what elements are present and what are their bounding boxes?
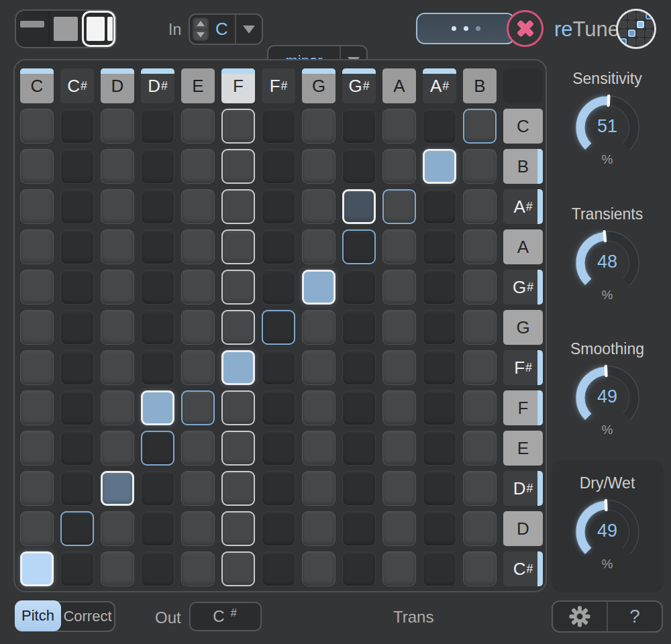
- drywet-knob[interactable]: 49: [570, 496, 644, 566]
- grid-cell-C-to-F[interactable]: [20, 390, 54, 425]
- grid-cell-F#-to-A#[interactable]: [262, 189, 295, 224]
- grid-cell-F#-to-D[interactable]: [262, 511, 295, 546]
- grid-cell-E-to-F#[interactable]: [181, 350, 215, 385]
- in-note-selector[interactable]: C: [189, 13, 263, 45]
- grid-cell-F#-to-D#[interactable]: [262, 471, 295, 506]
- grid-cell-D-to-B[interactable]: [101, 149, 134, 184]
- grid-cell-C#-to-G[interactable]: [60, 310, 94, 345]
- grid-cell-A#-to-F#[interactable]: [423, 350, 456, 385]
- grid-cell-C#-to-A#[interactable]: [60, 189, 94, 224]
- grid-cell-G-to-C[interactable]: [302, 109, 336, 144]
- grid-cell-G-to-A[interactable]: [302, 229, 336, 264]
- grid-cell-D#-to-F[interactable]: [141, 390, 174, 425]
- grid-cell-D#-to-D[interactable]: [141, 511, 174, 546]
- grid-cell-A-to-G#[interactable]: [382, 270, 416, 305]
- grid-cell-C#-to-D[interactable]: [60, 511, 94, 546]
- grid-cell-A#-to-G[interactable]: [423, 310, 456, 345]
- row-label-A[interactable]: A: [503, 229, 543, 264]
- grid-cell-F-to-F#[interactable]: [221, 350, 255, 385]
- grid-cell-G-to-D[interactable]: [302, 511, 336, 546]
- row-label-F#[interactable]: F#: [503, 350, 543, 385]
- grid-cell-C-to-G[interactable]: [20, 310, 54, 345]
- grid-cell-C#-to-G#[interactable]: [60, 270, 94, 305]
- grid-cell-C#-to-E[interactable]: [60, 431, 94, 466]
- grid-cell-C#-to-C#[interactable]: [60, 551, 94, 586]
- grid-cell-G#-to-B[interactable]: [342, 149, 376, 184]
- column-header-D#[interactable]: D#: [141, 68, 174, 103]
- grid-cell-F#-to-G[interactable]: [262, 310, 295, 345]
- in-note-dropdown-button[interactable]: [235, 15, 262, 44]
- step-up-button[interactable]: [194, 19, 207, 29]
- grid-cell-A-to-B[interactable]: [382, 149, 416, 184]
- grid-cell-F#-to-C[interactable]: [262, 109, 295, 144]
- column-header-G#[interactable]: G#: [342, 68, 376, 103]
- grid-cell-F-to-B[interactable]: [221, 149, 255, 184]
- grid-cell-D-to-C#[interactable]: [101, 551, 134, 586]
- grid-cell-G#-to-F[interactable]: [342, 390, 376, 425]
- column-header-D[interactable]: D: [101, 68, 134, 103]
- pitch-correct-toggle[interactable]: Pitch Correct: [15, 601, 115, 632]
- grid-cell-B-to-A[interactable]: [463, 229, 497, 264]
- column-header-G[interactable]: G: [302, 68, 336, 103]
- row-label-G[interactable]: G: [503, 310, 543, 345]
- grid-cell-E-to-A#[interactable]: [181, 189, 215, 224]
- grid-cell-D#-to-A[interactable]: [141, 229, 174, 264]
- grid-cell-D-to-F[interactable]: [101, 390, 134, 425]
- grid-cell-B-to-C#[interactable]: [463, 551, 497, 586]
- grid-cell-D#-to-C#[interactable]: [141, 551, 174, 586]
- grid-cell-A-to-C[interactable]: [382, 109, 416, 144]
- in-note-stepper[interactable]: [193, 17, 209, 41]
- column-header-C#[interactable]: C#: [60, 68, 94, 103]
- row-label-C#[interactable]: C#: [503, 551, 543, 586]
- grid-cell-D-to-D#[interactable]: [101, 471, 134, 506]
- grid-cell-B-to-A#[interactable]: [463, 189, 497, 224]
- row-label-A#[interactable]: A#: [503, 189, 543, 224]
- grid-cell-B-to-G[interactable]: [463, 310, 497, 345]
- grid-cell-A-to-A[interactable]: [382, 229, 416, 264]
- column-header-A#[interactable]: A#: [423, 68, 456, 103]
- grid-cell-A-to-D#[interactable]: [382, 471, 416, 506]
- grid-cell-D#-to-G[interactable]: [141, 310, 174, 345]
- grid-cell-G-to-F#[interactable]: [302, 350, 336, 385]
- row-label-D#[interactable]: D#: [503, 471, 543, 506]
- grid-cell-G#-to-D#[interactable]: [342, 471, 376, 506]
- grid-cell-D-to-F#[interactable]: [101, 350, 134, 385]
- grid-cell-G-to-C#[interactable]: [302, 551, 336, 586]
- grid-cell-D-to-A#[interactable]: [101, 189, 134, 224]
- grid-cell-F-to-D#[interactable]: [221, 471, 255, 506]
- grid-cell-E-to-G#[interactable]: [181, 270, 215, 305]
- grid-cell-C-to-B[interactable]: [20, 149, 54, 184]
- grid-cell-G#-to-D[interactable]: [342, 511, 376, 546]
- grid-cell-A-to-C#[interactable]: [382, 551, 416, 586]
- grid-cell-F-to-F[interactable]: [221, 390, 255, 425]
- grid-cell-F#-to-F[interactable]: [262, 390, 295, 425]
- grid-cell-D-to-D[interactable]: [101, 511, 134, 546]
- grid-cell-F#-to-G#[interactable]: [262, 270, 295, 305]
- grid-cell-A-to-D[interactable]: [382, 511, 416, 546]
- grid-cell-D#-to-B[interactable]: [141, 149, 174, 184]
- window-size-medium-button[interactable]: [48, 11, 82, 47]
- grid-cell-C#-to-F[interactable]: [60, 390, 94, 425]
- grid-cell-B-to-B[interactable]: [463, 149, 497, 184]
- grid-cell-C-to-F#[interactable]: [20, 350, 54, 385]
- help-button[interactable]: ?: [607, 602, 662, 631]
- grid-cell-C#-to-A[interactable]: [60, 229, 94, 264]
- grid-cell-F#-to-B[interactable]: [262, 149, 295, 184]
- row-label-C[interactable]: C: [503, 109, 543, 144]
- grid-cell-G#-to-G[interactable]: [342, 310, 376, 345]
- grid-cell-C-to-A[interactable]: [20, 229, 54, 264]
- window-size-large-button[interactable]: [82, 11, 115, 47]
- row-label-D[interactable]: D: [503, 511, 543, 546]
- grid-cell-D#-to-G#[interactable]: [141, 270, 174, 305]
- grid-cell-G-to-G[interactable]: [302, 310, 336, 345]
- grid-cell-G#-to-F#[interactable]: [342, 350, 376, 385]
- grid-cell-A#-to-G#[interactable]: [423, 270, 456, 305]
- grid-cell-F#-to-A[interactable]: [262, 229, 295, 264]
- grid-cell-A#-to-F[interactable]: [423, 390, 456, 425]
- grid-cell-G-to-F[interactable]: [302, 390, 336, 425]
- grid-cell-C#-to-D#[interactable]: [60, 471, 94, 506]
- grid-cell-G-to-B[interactable]: [302, 149, 336, 184]
- grid-cell-E-to-D[interactable]: [181, 511, 215, 546]
- grid-cell-A-to-G[interactable]: [382, 310, 416, 345]
- grid-cell-C-to-C#[interactable]: [20, 551, 54, 586]
